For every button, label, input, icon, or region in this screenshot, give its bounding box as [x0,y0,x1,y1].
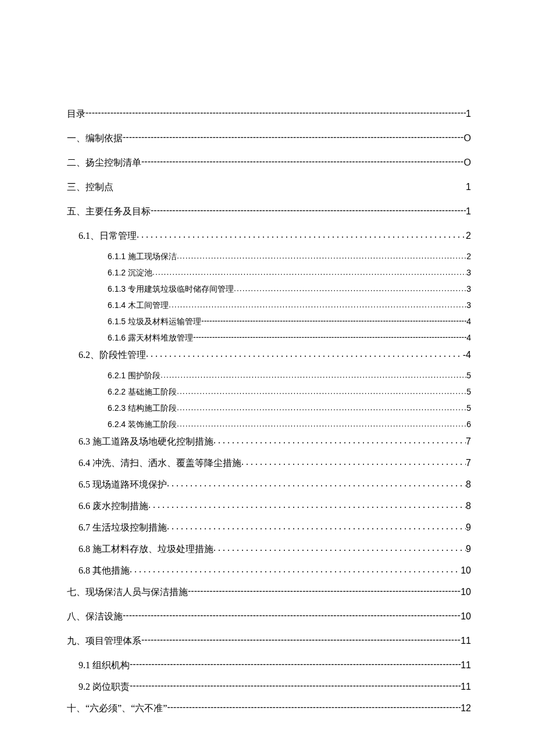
toc-title: 五、主要任务及目标 [67,206,151,218]
toc-page-number: 11 [461,682,471,692]
toc-title: 6.2.2 基础施工阶段 [108,387,177,397]
toc-page-number: 5 [466,387,471,396]
toc-leader [146,349,463,358]
toc-title: 八、保洁设施 [67,611,123,623]
toc-page-number: 5 [466,403,471,413]
toc-page-number: 2 [466,231,471,241]
toc-title: 6.2.1 围护阶段 [108,371,160,381]
toc-title: 6.2.3 结构施工阶段 [108,403,177,414]
toc-title: 6.1.5 垃圾及材料运输管理 [108,317,201,327]
toc-leader [130,680,461,690]
toc-title: 6.1.4 木工间管理 [108,300,169,311]
toc-title: 6.8 施工材料存放、垃圾处理措施 [79,543,213,556]
toc-page-number: 10 [461,565,471,576]
toc-entry: 6.1.5 垃圾及材料运输管理4 [67,316,471,327]
toc-page-number: 10 [461,587,471,597]
toc-entry: 6.3 施工道路及场地硬化控制措施7 [67,435,471,448]
toc-leader [169,300,466,308]
toc-title: 6.1.2 沉淀池 [108,268,152,278]
toc-page-number: 11 [461,660,471,671]
toc-page-number: 5 [466,371,471,380]
toc-entry: 八、保洁设施10 [67,610,471,623]
toc-page-number: 2 [466,252,471,261]
toc-entry: 6.4 冲洗、清扫、洒水、覆盖等降尘措施7 [67,457,471,470]
toc-leader [201,316,466,324]
toc-page-number: 3 [466,300,471,310]
toc-page-number: 8 [466,479,471,490]
toc-page-number: 12 [461,703,471,714]
toc-entry: 6.1、日常管理2 [67,230,471,242]
table-of-contents: 目录1一、编制依据O二、扬尘控制清单O三、控制点1五、主要任务及目标16.1、日… [67,108,471,715]
toc-page-number: 10 [461,611,471,622]
toc-page-number: 8 [466,501,471,511]
toc-title: 9.1 组织机构 [79,660,130,672]
toc-leader [167,702,461,711]
toc-page-number: 4 [466,333,471,342]
toc-entry: 七、现场保洁人员与保洁措施10 [67,586,471,599]
toc-entry: 9.2 岗位职责11 [67,680,471,693]
toc-title: 九、项目管理体系 [67,635,141,647]
toc-entry: 二、扬尘控制清单O [67,156,471,169]
toc-title: 6.8 其他措施 [79,565,130,577]
toc-entry: 6.1.3 专用建筑垃圾临时储存间管理3 [67,284,471,295]
toc-leader [123,132,464,141]
toc-leader [148,500,466,509]
toc-entry: 6.7 生活垃圾控制措施9 [67,521,471,534]
toc-entry: 6.1.6 露天材料堆放管理4 [67,332,471,343]
toc-title: 三、控制点 [67,181,113,194]
toc-leader [213,543,466,552]
toc-leader [141,156,464,166]
toc-entry: 6.2.3 结构施工阶段5 [67,403,471,414]
toc-page-number: O [464,157,471,168]
toc-leader [177,403,466,411]
toc-leader [85,108,466,117]
toc-leader [141,635,461,644]
toc-leader [241,457,466,466]
toc-page-number: -4 [463,350,471,360]
toc-leader [213,435,466,445]
toc-title: 6.1.6 露天材料堆放管理 [108,333,193,343]
toc-page-number: 7 [466,458,471,468]
toc-entry: 6.1.2 沉淀池3 [67,267,471,278]
toc-leader [167,478,466,488]
toc-leader [177,386,466,395]
toc-leader [177,419,466,427]
toc-title: 二、扬尘控制清单 [67,157,141,169]
toc-leader [177,251,466,259]
toc-page-number: O [464,133,471,144]
toc-leader [160,370,466,378]
toc-leader [152,267,466,275]
toc-entry: 三、控制点1 [67,181,471,194]
toc-page-number: 3 [466,268,471,277]
toc-leader [188,586,461,595]
toc-page-number: 7 [466,436,471,447]
toc-entry: 一、编制依据O [67,132,471,145]
toc-entry: 6.2.1 围护阶段5 [67,370,471,381]
toc-entry: 6.6 废水控制措施8 [67,500,471,513]
toc-title: 6.2.4 装饰施工阶段 [108,420,177,430]
toc-title: 9.2 岗位职责 [79,681,130,693]
toc-page-number: 4 [466,317,471,326]
toc-leader [130,564,461,574]
toc-page-number: 9 [466,522,471,533]
toc-title: 6.1.1 施工现场保洁 [108,252,177,262]
toc-leader [137,230,466,239]
toc-title: 6.2、阶段性管理 [79,349,146,361]
toc-entry: 九、项目管理体系11 [67,635,471,647]
toc-title: 6.1、日常管理 [79,230,137,242]
toc-entry: 6.1.1 施工现场保洁2 [67,251,471,262]
toc-page-number: 3 [466,284,471,293]
toc-entry: 6.8 施工材料存放、垃圾处理措施9 [67,543,471,556]
toc-title: 6.5 现场道路环境保护 [79,479,167,491]
toc-entry: 五、主要任务及目标1 [67,205,471,218]
toc-title: 6.7 生活垃圾控制措施 [79,522,167,534]
toc-leader [123,610,461,619]
toc-entry: 6.1.4 木工间管理3 [67,300,471,311]
toc-leader [151,205,466,214]
toc-entry: 6.2.4 装饰施工阶段6 [67,419,471,430]
toc-page-number: 1 [466,182,471,192]
toc-entry: 6.2、阶段性管理-4 [67,349,471,361]
toc-page-number: 6 [466,420,471,429]
toc-leader [234,284,466,292]
toc-title: 6.4 冲洗、清扫、洒水、覆盖等降尘措施 [79,457,241,470]
